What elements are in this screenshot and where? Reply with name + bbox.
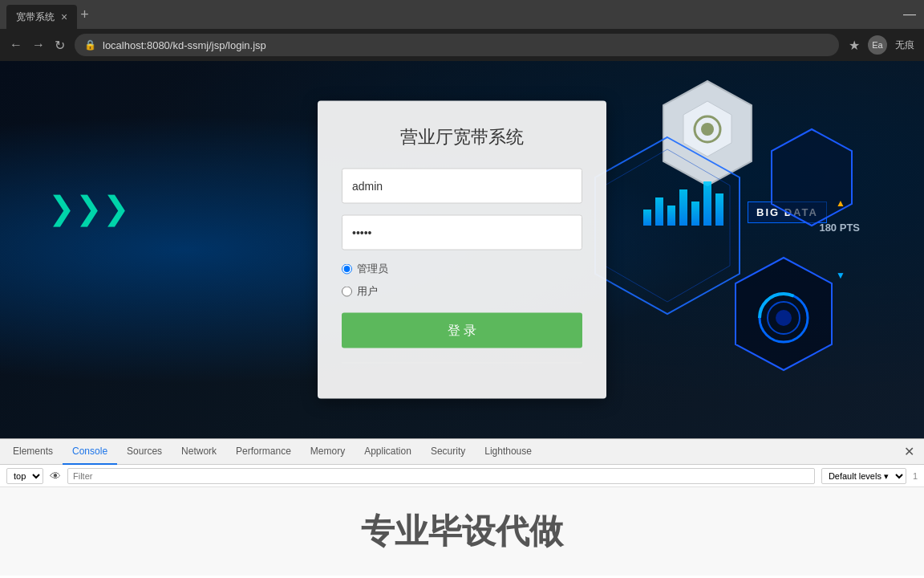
admin-radio-text: 管理员 <box>357 262 388 276</box>
url-box[interactable]: 🔒 localhost:8080/kd-ssmj/jsp/login.jsp <box>75 34 839 56</box>
context-select[interactable]: top <box>6 468 43 484</box>
address-bar-right: ★ Ea 无痕 <box>849 35 914 55</box>
svg-marker-5 <box>605 149 730 302</box>
devtools-tab-lighthouse[interactable]: Lighthouse <box>475 439 541 465</box>
devtools-tab-sources[interactable]: Sources <box>117 439 172 465</box>
devtools-tab-network[interactable]: Network <box>172 439 226 465</box>
pts-label: 180 PTS <box>819 222 860 234</box>
svg-marker-6 <box>772 129 852 226</box>
bookmark-icon[interactable]: ★ <box>849 38 860 53</box>
card-footer <box>342 363 582 379</box>
minimize-button[interactable]: — <box>902 7 918 22</box>
devtools-tab-application[interactable]: Application <box>355 439 421 465</box>
tab-title: 宽带系统 <box>16 10 55 24</box>
devtools-tab-performance[interactable]: Performance <box>226 439 301 465</box>
admin-radio-label[interactable]: 管理员 <box>342 262 582 276</box>
small-hex-svg <box>768 125 856 230</box>
filter-input[interactable] <box>67 468 815 484</box>
security-icon: 🔒 <box>84 39 96 51</box>
tab-close-button[interactable]: × <box>61 11 67 22</box>
password-input[interactable] <box>342 215 582 250</box>
line-number: 1 <box>913 471 918 481</box>
devtools-close-button[interactable]: ✕ <box>898 441 921 462</box>
new-tab-button[interactable]: + <box>80 6 89 23</box>
devtools-panel: Elements Console Sources Network Perform… <box>0 438 924 487</box>
devtools-tab-console[interactable]: Console <box>63 439 117 465</box>
chart-decoration <box>643 181 723 226</box>
profile-initials: Ea <box>872 40 882 50</box>
tab-bar: 宽带系统 × + — <box>0 0 924 29</box>
user-radio-text: 用户 <box>357 284 378 299</box>
eye-icon[interactable]: 👁 <box>50 470 61 482</box>
devtools-tab-elements[interactable]: Elements <box>3 439 63 465</box>
center-hex-svg <box>587 133 748 318</box>
url-text: localhost:8080/kd-ssmj/jsp/login.jsp <box>103 39 266 51</box>
watermark-text: 专业毕设代做 <box>361 509 563 554</box>
back-button[interactable]: ← <box>10 38 22 52</box>
login-title: 营业厅宽带系统 <box>342 125 582 149</box>
gauge-hex-svg <box>732 254 836 374</box>
viewport: ❯❯❯ BIG DATA <box>0 61 924 438</box>
devtools-tab-memory[interactable]: Memory <box>301 439 355 465</box>
svg-marker-4 <box>595 137 740 314</box>
levels-select[interactable]: Default levels ▾ <box>821 468 906 484</box>
no-sync-label: 无痕 <box>895 39 914 52</box>
login-button[interactable]: 登 录 <box>342 313 582 348</box>
window-controls: — <box>902 7 918 22</box>
admin-radio-input[interactable] <box>342 263 352 274</box>
active-tab[interactable]: 宽带系统 × <box>6 5 77 29</box>
forward-button[interactable]: → <box>32 38 45 52</box>
watermark-area: 专业毕设代做 <box>0 487 924 576</box>
role-radio-group: 管理员 用户 <box>342 262 582 299</box>
profile-button[interactable]: Ea <box>868 35 887 55</box>
svg-point-10 <box>776 310 792 326</box>
user-radio-label[interactable]: 用户 <box>342 284 582 299</box>
arrow-decoration: ❯❯❯ <box>48 189 130 226</box>
triangle-down-deco: ▼ <box>836 270 845 281</box>
login-card: 营业厅宽带系统 管理员 用户 登 录 <box>318 101 606 399</box>
triangle-up-deco: ▲ <box>836 197 845 209</box>
refresh-button[interactable]: ↻ <box>55 38 65 53</box>
devtools-tab-bar: Elements Console Sources Network Perform… <box>0 439 924 465</box>
devtools-toolbar: top 👁 Default levels ▾ 1 <box>0 465 924 487</box>
browser-chrome: 宽带系统 × + — ← → ↻ 🔒 localhost:8080/kd-ssm… <box>0 0 924 61</box>
username-input[interactable] <box>342 169 582 204</box>
devtools-tab-security[interactable]: Security <box>421 439 475 465</box>
user-radio-input[interactable] <box>342 286 352 296</box>
address-bar: ← → ↻ 🔒 localhost:8080/kd-ssmj/jsp/login… <box>0 29 924 61</box>
